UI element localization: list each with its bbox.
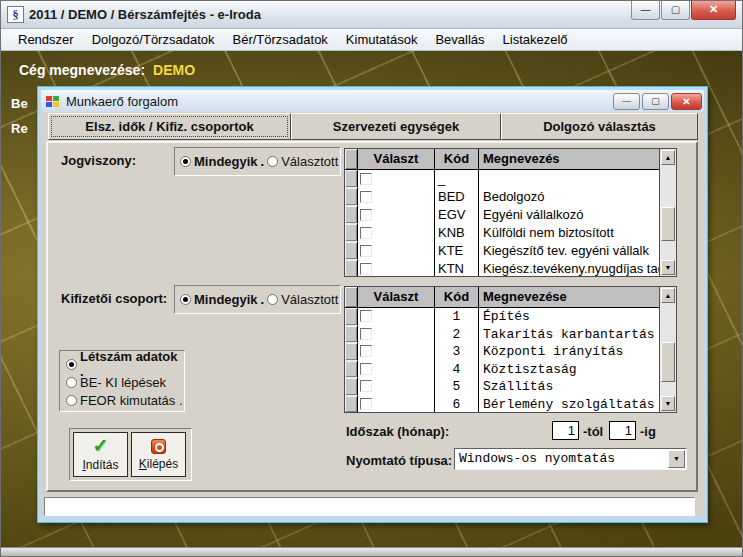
period-from-suffix: -tól — [583, 424, 603, 439]
report-option[interactable]: Létszám adatok . — [66, 355, 184, 373]
period-label: Időszak (hónap): — [346, 424, 449, 439]
tab-strip: Elsz. idők / Kifiz. csoportokSzervezeti … — [48, 113, 698, 140]
radio-mindegyik-label[interactable]: Mindegyik — [194, 154, 258, 169]
report-type-group: Létszám adatok .BE- KI lépésekFEOR kimut… — [59, 350, 185, 412]
kifizetoi-label: Kifizetői csoport: — [61, 291, 167, 306]
menu-item[interactable]: Bevallás — [426, 30, 493, 49]
jogviszony-radio-group: Mindegyik . Választott — [174, 147, 341, 176]
close-button[interactable]: ✕ — [691, 1, 736, 20]
radio-mindegyik-label[interactable]: Mindegyik — [194, 292, 258, 307]
kilepes-label: Kilépés — [139, 457, 178, 471]
row-checkbox[interactable] — [360, 209, 372, 221]
radio-valasztott[interactable] — [267, 294, 278, 305]
maximize-button[interactable]: ▢ — [661, 1, 690, 20]
table-row[interactable]: 1Építés — [345, 308, 659, 326]
scroll-down-icon[interactable]: ▼ — [661, 260, 675, 275]
scroll-down-icon[interactable]: ▼ — [661, 396, 675, 411]
jogviszony-table-scrollbar[interactable]: ▲ ▼ — [659, 149, 676, 276]
table-header: VálasztKódMegnevezése — [345, 287, 659, 308]
radio-icon[interactable] — [66, 377, 77, 388]
dialog-flag-icon — [45, 95, 60, 108]
row-checkbox[interactable] — [360, 345, 372, 357]
dialog-body: Elsz. idők / Kifiz. csoportokSzervezeti … — [41, 112, 704, 515]
period-from-input[interactable] — [552, 421, 579, 440]
munkaero-forgalom-dialog: Munkaerő forgalom — ▢ ✕ Elsz. idők / Kif… — [37, 86, 708, 523]
dialog-close-button[interactable]: ✕ — [671, 93, 702, 110]
row-checkbox[interactable] — [360, 227, 372, 239]
kifizetoi-table: VálasztKódMegnevezése1Építés2Takarítás k… — [344, 286, 677, 413]
dialog-maximize-button[interactable]: ▢ — [642, 93, 669, 110]
row-checkbox[interactable] — [360, 328, 372, 340]
inditas-button[interactable]: ✓ Indítás — [73, 432, 128, 477]
radio-icon[interactable] — [66, 395, 77, 406]
table-row[interactable]: 4Köztisztaság — [345, 361, 659, 379]
table-row[interactable]: 6Bérlemény szolgáltatás — [345, 396, 659, 414]
printer-type-select[interactable]: Windows-os nyomtatás ▼ — [454, 448, 687, 470]
scroll-up-icon[interactable]: ▲ — [661, 288, 675, 303]
table-row[interactable]: _ — [345, 170, 659, 188]
client-area: Cég megnevezése:DEMO Be Re Munkaerő forg… — [1, 51, 742, 547]
table-row[interactable]: BEDBedolgozó — [345, 188, 659, 206]
radio-valasztott-label[interactable]: Választott — [281, 292, 338, 307]
table-row[interactable]: 3Központi irányítás — [345, 343, 659, 361]
chevron-down-icon[interactable]: ▼ — [668, 450, 685, 468]
background-label-fragment: Be — [11, 96, 28, 111]
row-checkbox[interactable] — [360, 310, 372, 322]
kifizetoi-radio-group: Mindegyik . Választott — [174, 285, 341, 314]
menu-item[interactable]: Rendszer — [9, 30, 83, 49]
check-icon: ✓ — [93, 437, 109, 455]
radio-separator: . — [261, 292, 265, 307]
company-label: Cég megnevezése: — [19, 62, 145, 78]
row-checkbox[interactable] — [360, 245, 372, 257]
row-checkbox[interactable] — [360, 380, 372, 392]
table-header: VálasztKódMegnevezés — [345, 149, 659, 170]
kifizetoi-table-scrollbar[interactable]: ▲ ▼ — [659, 287, 676, 412]
radio-valasztott-label[interactable]: Választott — [281, 154, 338, 169]
menu-item[interactable]: Kimutatások — [337, 30, 427, 49]
report-option[interactable]: FEOR kimutatás . — [66, 391, 184, 409]
table-row[interactable]: 5Szállítás — [345, 378, 659, 396]
radio-icon[interactable] — [66, 359, 77, 370]
menu-item[interactable]: Dolgozó/Törzsadatok — [83, 30, 224, 49]
company-value: DEMO — [153, 62, 195, 78]
kilepes-button[interactable]: Kilépés — [131, 432, 186, 477]
row-checkbox[interactable] — [360, 191, 372, 203]
printer-type-value: Windows-os nyomtatás — [459, 451, 615, 466]
window-title: 2011 / DEMO / Bérszámfejtés - e-Iroda — [29, 7, 261, 22]
row-checkbox[interactable] — [360, 363, 372, 375]
main-status-bar — [1, 547, 742, 556]
row-checkbox[interactable] — [360, 398, 372, 410]
scroll-thumb[interactable] — [661, 342, 675, 382]
tab-3[interactable]: Dolgozó választás — [501, 113, 698, 140]
menu-item[interactable]: Listakezelő — [494, 30, 577, 49]
table-row[interactable]: KTEKiegészítő tev. egyéni vállalk — [345, 242, 659, 260]
row-checkbox[interactable] — [360, 263, 372, 275]
menu-item[interactable]: Bér/Törzsadatok — [223, 30, 336, 49]
dialog-title: Munkaerő forgalom — [66, 94, 611, 109]
table-row[interactable]: KTNKiegész.tevékeny.nyugdíjas tag — [345, 260, 659, 277]
company-line: Cég megnevezése:DEMO — [19, 62, 195, 78]
command-button-panel: ✓ Indítás Kilépés — [69, 428, 192, 481]
report-option-label: FEOR kimutatás . — [80, 393, 183, 408]
table-row[interactable]: KNBKülföldi nem biztosított — [345, 224, 659, 242]
radio-valasztott[interactable] — [267, 156, 278, 167]
scroll-up-icon[interactable]: ▲ — [661, 150, 675, 165]
scroll-thumb[interactable] — [661, 207, 675, 241]
table-row[interactable]: EGVEgyéni vállalkozó — [345, 206, 659, 224]
row-checkbox[interactable] — [360, 173, 372, 185]
main-window: § 2011 / DEMO / Bérszámfejtés - e-Iroda … — [0, 0, 743, 557]
dialog-title-bar: Munkaerő forgalom — ▢ ✕ — [41, 90, 704, 112]
radio-mindegyik[interactable] — [180, 294, 191, 305]
minimize-button[interactable]: — — [631, 1, 660, 20]
dialog-minimize-button[interactable]: — — [613, 93, 640, 110]
table-row[interactable]: 2Takarítás karbantartás — [345, 326, 659, 344]
tab-2[interactable]: Szervezeti egységek — [291, 113, 501, 140]
period-to-suffix: -ig — [640, 424, 656, 439]
tab-1[interactable]: Elsz. idők / Kifiz. csoportok — [48, 113, 291, 140]
app-icon: § — [7, 6, 24, 23]
main-title-bar: § 2011 / DEMO / Bérszámfejtés - e-Iroda … — [1, 1, 742, 29]
radio-separator: . — [261, 154, 265, 169]
printer-label: Nyomtató típusa: — [346, 453, 452, 468]
period-to-input[interactable] — [609, 421, 636, 440]
radio-mindegyik[interactable] — [180, 156, 191, 167]
